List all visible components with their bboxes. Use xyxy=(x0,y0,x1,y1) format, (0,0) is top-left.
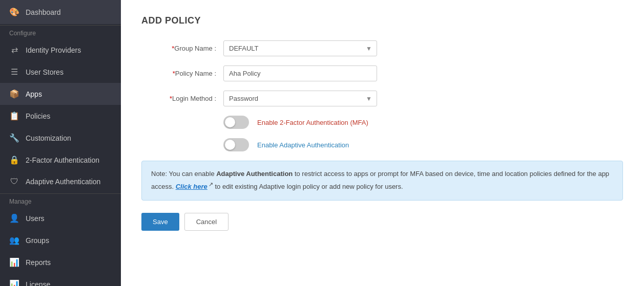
user-stores-icon: ☰ xyxy=(9,67,19,77)
sidebar-item-label: Users xyxy=(26,214,45,223)
external-link-icon: ↗ xyxy=(209,181,213,187)
sidebar-item-label: Policies xyxy=(26,112,50,120)
required-star: * xyxy=(172,45,174,52)
group-name-select[interactable]: DEFAULT xyxy=(223,40,377,56)
adaptive-auth-toggle-label: Enable Adaptive Authentication xyxy=(257,141,349,149)
sidebar-item-label: Apps xyxy=(26,90,42,98)
info-text-after: to edit existing Adaptive login policy o… xyxy=(213,183,403,190)
manage-section-label: Manage xyxy=(0,193,121,207)
cancel-button[interactable]: Cancel xyxy=(184,213,228,231)
2fa-toggle[interactable] xyxy=(223,116,249,129)
login-method-row: *Login Method : Password ▼ xyxy=(141,91,624,106)
identity-providers-icon: ⇄ xyxy=(9,45,19,55)
adaptive-auth-icon: 🛡 xyxy=(9,177,19,186)
sidebar-item-dashboard[interactable]: 🎨 Dashboard xyxy=(0,0,121,24)
sidebar: 🎨 Dashboard Configure ⇄ Identity Provide… xyxy=(0,0,121,286)
sidebar-item-label: Adaptive Authentication xyxy=(26,178,100,186)
policy-name-input[interactable] xyxy=(223,65,377,81)
button-row: Save Cancel xyxy=(141,213,624,231)
sidebar-item-license[interactable]: 📊 License xyxy=(0,273,121,286)
page-title: ADD POLICY xyxy=(141,15,624,26)
sidebar-item-adaptive-auth[interactable]: 🛡 Adaptive Authentication xyxy=(0,171,121,192)
2fa-toggle-label: Enable 2-Factor Authentication (MFA) xyxy=(257,119,368,126)
policies-icon: 📋 xyxy=(9,111,19,121)
sidebar-item-policies[interactable]: 📋 Policies xyxy=(0,105,121,127)
sidebar-item-label: Reports xyxy=(26,258,51,267)
apps-icon: 📦 xyxy=(9,89,19,99)
click-here-link[interactable]: Click here xyxy=(176,183,207,190)
required-star: * xyxy=(170,95,172,102)
sidebar-item-label: User Stores xyxy=(26,68,64,76)
sidebar-item-users[interactable]: 👤 Users xyxy=(0,207,121,229)
sidebar-item-identity-providers[interactable]: ⇄ Identity Providers xyxy=(0,39,121,61)
info-box: Note: You can enable Adaptive Authentica… xyxy=(141,161,623,201)
sidebar-item-label: Groups xyxy=(26,236,49,245)
login-method-label: *Login Method : xyxy=(141,95,223,102)
info-text-before: Note: You can enable xyxy=(151,170,216,178)
sidebar-item-customization[interactable]: 🔧 Customization xyxy=(0,127,121,149)
adaptive-auth-toggle[interactable] xyxy=(223,138,249,151)
info-bold-text: Adaptive Authentication xyxy=(216,170,293,178)
sidebar-item-reports[interactable]: 📊 Reports xyxy=(0,251,121,273)
policy-name-row: *Policy Name : xyxy=(141,65,624,81)
required-star: * xyxy=(173,70,175,77)
login-method-select[interactable]: Password xyxy=(223,91,377,106)
sidebar-item-label: Identity Providers xyxy=(26,46,81,54)
reports-icon: 📊 xyxy=(9,257,19,267)
adaptive-auth-toggle-row: Enable Adaptive Authentication xyxy=(141,138,624,151)
group-name-row: *Group Name : DEFAULT ▼ xyxy=(141,40,624,56)
dashboard-icon: 🎨 xyxy=(9,7,19,17)
sidebar-item-user-stores[interactable]: ☰ User Stores xyxy=(0,61,121,83)
sidebar-item-label: Customization xyxy=(26,134,71,142)
sidebar-item-2fa[interactable]: 🔒 2-Factor Authentication xyxy=(0,149,121,171)
license-icon: 📊 xyxy=(9,279,19,286)
sidebar-item-groups[interactable]: 👥 Groups xyxy=(0,229,121,251)
customization-icon: 🔧 xyxy=(9,133,19,143)
sidebar-item-label: 2-Factor Authentication xyxy=(26,156,99,164)
configure-section-label: Configure xyxy=(0,25,121,39)
2fa-icon: 🔒 xyxy=(9,155,19,165)
save-button[interactable]: Save xyxy=(141,213,179,231)
toggle-slider xyxy=(223,138,249,151)
policy-name-label: *Policy Name : xyxy=(141,70,223,77)
2fa-toggle-row: Enable 2-Factor Authentication (MFA) xyxy=(141,116,624,129)
groups-icon: 👥 xyxy=(9,235,19,245)
sidebar-item-label: Dashboard xyxy=(26,8,61,16)
group-name-select-wrapper: DEFAULT ▼ xyxy=(223,40,377,56)
main-content: ADD POLICY *Group Name : DEFAULT ▼ *Poli… xyxy=(121,0,644,286)
sidebar-item-label: License xyxy=(26,280,50,287)
sidebar-item-apps[interactable]: 📦 Apps xyxy=(0,83,121,105)
group-name-label: *Group Name : xyxy=(141,45,223,52)
toggle-slider xyxy=(223,116,249,129)
login-method-select-wrapper: Password ▼ xyxy=(223,91,377,106)
users-icon: 👤 xyxy=(9,213,19,223)
